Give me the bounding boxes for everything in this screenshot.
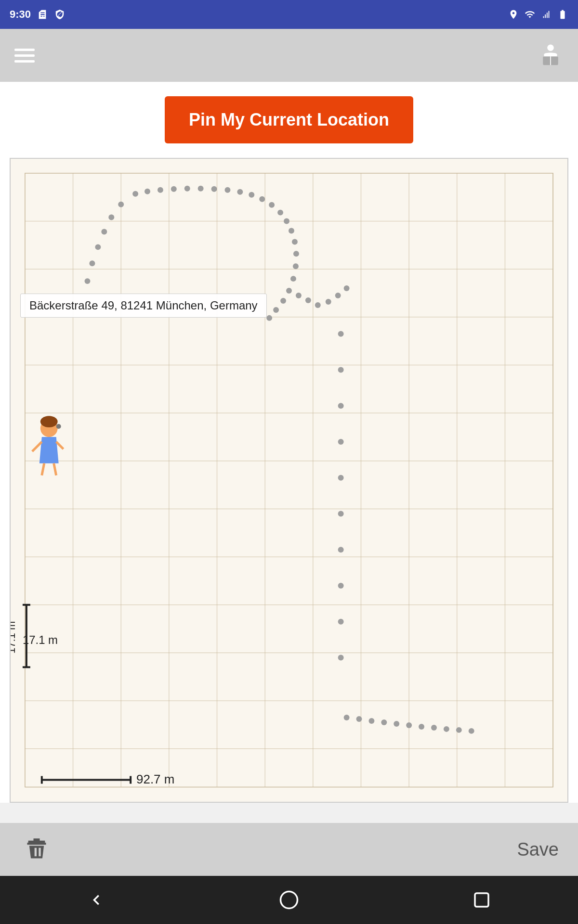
svg-point-65: [338, 403, 344, 409]
pin-location-button[interactable]: Pin My Current Location: [165, 96, 413, 143]
svg-point-75: [368, 718, 374, 724]
hamburger-line-1: [14, 49, 35, 51]
svg-point-50: [293, 251, 299, 257]
svg-point-48: [289, 228, 294, 234]
svg-point-55: [273, 307, 279, 313]
battery-status-icon: [557, 9, 568, 20]
svg-point-40: [108, 215, 114, 220]
svg-point-32: [184, 186, 190, 192]
location-status-icon: [508, 9, 519, 20]
delete-button[interactable]: [19, 832, 54, 868]
svg-point-36: [237, 189, 243, 195]
map-container[interactable]: 17.1 m 92.7 m Bäckerstraße 49, 81241 Mün…: [10, 158, 568, 803]
svg-rect-100: [475, 893, 488, 907]
svg-point-59: [315, 302, 321, 308]
svg-point-77: [394, 721, 399, 727]
svg-point-76: [381, 719, 387, 725]
svg-point-69: [338, 547, 344, 552]
map-svg: 17.1 m 92.7 m: [11, 159, 567, 801]
svg-point-42: [95, 244, 101, 250]
svg-point-44: [84, 278, 90, 284]
hamburger-line-3: [14, 60, 35, 63]
svg-point-49: [292, 239, 298, 244]
svg-point-58: [305, 297, 311, 303]
menu-button[interactable]: [14, 49, 35, 63]
signal-icon: [540, 9, 552, 20]
svg-point-70: [338, 583, 344, 589]
svg-point-28: [132, 191, 138, 197]
svg-point-81: [444, 726, 449, 732]
svg-point-31: [171, 186, 177, 192]
navigation-bar: [0, 876, 578, 924]
status-bar-left: 9:30: [10, 8, 66, 21]
svg-rect-3: [11, 159, 567, 801]
svg-point-80: [431, 725, 437, 731]
svg-point-73: [344, 715, 350, 720]
svg-point-39: [118, 202, 124, 207]
svg-point-99: [281, 892, 298, 909]
svg-point-38: [259, 196, 265, 202]
svg-point-71: [338, 619, 344, 625]
toolbar: [0, 29, 578, 82]
svg-point-85: [40, 416, 58, 427]
svg-point-53: [286, 288, 292, 294]
wifi-status-icon: [524, 9, 536, 20]
nav-home-button[interactable]: [277, 888, 301, 912]
svg-point-52: [290, 276, 296, 282]
nav-back-button[interactable]: [84, 888, 108, 912]
svg-point-79: [419, 724, 424, 730]
svg-point-43: [89, 260, 95, 266]
svg-point-67: [338, 475, 344, 481]
bottom-bar: Save: [0, 823, 578, 876]
svg-point-34: [211, 186, 217, 192]
svg-point-56: [266, 315, 272, 321]
svg-text:92.7 m: 92.7 m: [136, 773, 174, 786]
svg-point-41: [101, 229, 107, 234]
status-bar: 9:30: [0, 0, 578, 29]
svg-point-83: [469, 728, 474, 734]
sim-card-icon: [37, 9, 48, 20]
svg-point-72: [338, 654, 344, 660]
svg-point-29: [144, 189, 150, 194]
address-tooltip: Bäckerstraße 49, 81241 München, Germany: [20, 294, 267, 318]
svg-point-30: [158, 187, 163, 193]
svg-point-60: [326, 299, 331, 305]
svg-point-51: [293, 263, 299, 269]
svg-point-66: [338, 439, 344, 445]
svg-point-45: [269, 202, 275, 208]
svg-point-90: [56, 424, 61, 429]
svg-point-57: [296, 293, 302, 298]
svg-point-74: [356, 716, 362, 722]
time-display: 9:30: [10, 8, 31, 21]
svg-point-0: [547, 45, 554, 51]
main-content: Pin My Current Location: [0, 82, 578, 803]
svg-point-78: [406, 722, 412, 728]
status-bar-right: [508, 9, 568, 20]
svg-point-47: [284, 218, 289, 224]
svg-point-33: [198, 186, 204, 192]
svg-point-62: [344, 285, 350, 291]
svg-point-61: [335, 293, 341, 298]
hamburger-line-2: [14, 54, 35, 57]
svg-point-37: [249, 192, 254, 198]
svg-point-46: [277, 210, 283, 216]
nav-recent-button[interactable]: [470, 888, 494, 912]
svg-point-64: [338, 367, 344, 373]
svg-point-35: [224, 187, 230, 193]
book-button[interactable]: [538, 42, 564, 68]
svg-point-82: [456, 727, 462, 733]
svg-point-63: [338, 331, 344, 337]
svg-point-68: [338, 511, 344, 516]
save-button[interactable]: Save: [517, 839, 559, 860]
svg-text:17.1 m: 17.1 m: [23, 633, 58, 646]
svg-point-54: [280, 298, 286, 304]
vpn-icon: [54, 9, 66, 20]
scale-vertical-label: 17.1 m: [10, 621, 18, 654]
